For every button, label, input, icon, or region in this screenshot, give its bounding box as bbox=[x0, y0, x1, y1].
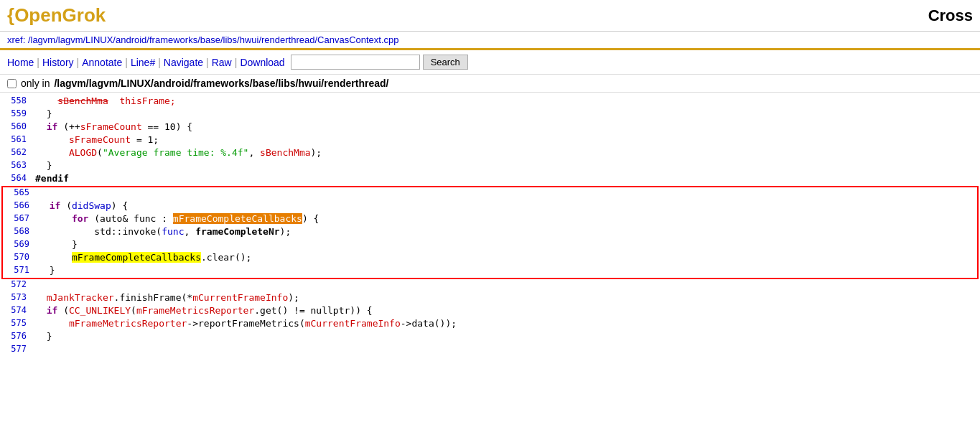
nav-sep-2: | bbox=[77, 57, 80, 68]
line-content bbox=[32, 344, 980, 355]
code-line: 567 for (auto& func : mFrameCompleteCall… bbox=[3, 213, 977, 226]
line-content bbox=[32, 279, 980, 290]
code-line: 562 ALOGD("Average frame time: %.4f", sB… bbox=[0, 147, 980, 160]
nav-sep-4: | bbox=[158, 57, 161, 68]
navbar: Home | History | Annotate | Line# | Navi… bbox=[0, 50, 980, 75]
line-number[interactable]: 568 bbox=[3, 226, 35, 236]
line-number[interactable]: 567 bbox=[3, 213, 35, 223]
line-number[interactable]: 573 bbox=[0, 292, 32, 302]
line-number[interactable]: 572 bbox=[0, 279, 32, 289]
code-line: 570 mFrameCompleteCallbacks.clear(); bbox=[3, 252, 977, 265]
search-box: Search bbox=[291, 55, 468, 70]
line-content: } bbox=[32, 160, 980, 171]
line-number[interactable]: 577 bbox=[0, 344, 32, 354]
breadcrumb-link[interactable]: xref: /lagvm/lagvm/LINUX/android/framewo… bbox=[7, 34, 399, 45]
logo: {OpenGrok bbox=[7, 4, 106, 27]
line-content: std::invoke(func, frameCompleteNr); bbox=[35, 226, 977, 237]
line-content: #endif bbox=[32, 173, 980, 184]
line-number[interactable]: 566 bbox=[3, 200, 35, 210]
code-line: 561 sFrameCount = 1; bbox=[0, 134, 980, 147]
code-line: 568 std::invoke(func, frameCompleteNr); bbox=[3, 226, 977, 239]
only-in-checkbox[interactable] bbox=[7, 79, 17, 88]
line-number[interactable]: 562 bbox=[0, 147, 32, 157]
code-line: 571 } bbox=[3, 265, 977, 278]
line-content: if (didSwap) { bbox=[35, 200, 977, 211]
code-line: 560 if (++sFrameCount == 10) { bbox=[0, 121, 980, 134]
search-button[interactable]: Search bbox=[423, 55, 468, 70]
line-content: mJankTracker.finishFrame(*mCurrentFrameI… bbox=[32, 292, 980, 303]
code-line: 566 if (didSwap) { bbox=[3, 200, 977, 213]
code-line: 577 bbox=[0, 344, 980, 357]
header: {OpenGrok Cross bbox=[0, 0, 980, 32]
line-content: sFrameCount = 1; bbox=[32, 134, 980, 145]
line-content: ALOGD("Average frame time: %.4f", sBench… bbox=[32, 147, 980, 158]
line-number[interactable]: 560 bbox=[0, 121, 32, 131]
nav-lineno[interactable]: Line# bbox=[131, 57, 155, 68]
line-content: if (++sFrameCount == 10) { bbox=[32, 121, 980, 132]
nav-sep-1: | bbox=[37, 57, 39, 68]
code-line: 565 bbox=[3, 187, 977, 200]
line-number[interactable]: 558 bbox=[0, 95, 32, 106]
search-input[interactable] bbox=[291, 55, 420, 70]
line-number[interactable]: 575 bbox=[0, 318, 32, 328]
code-line: 573 mJankTracker.finishFrame(*mCurrentFr… bbox=[0, 292, 980, 305]
nav-download[interactable]: Download bbox=[240, 57, 284, 68]
line-content: } bbox=[32, 331, 980, 342]
nav-annotate[interactable]: Annotate bbox=[82, 57, 122, 68]
line-number[interactable]: 576 bbox=[0, 331, 32, 341]
only-in-path: /lagvm/lagvm/LINUX/android/frameworks/ba… bbox=[54, 78, 388, 89]
nav-raw[interactable]: Raw bbox=[212, 57, 232, 68]
cross-reference-label: Cross bbox=[928, 6, 973, 25]
code-area: 558 sBenchMma thisFrame; 559 } 560 if (+… bbox=[0, 93, 980, 360]
line-number[interactable]: 559 bbox=[0, 108, 32, 118]
code-line: 576 } bbox=[0, 331, 980, 344]
line-content: } bbox=[32, 108, 980, 119]
line-number[interactable]: 571 bbox=[3, 265, 35, 275]
code-line: 558 sBenchMma thisFrame; bbox=[0, 95, 980, 108]
nav-home[interactable]: Home bbox=[7, 57, 34, 68]
nav-sep-3: | bbox=[125, 57, 128, 68]
nav-history[interactable]: History bbox=[42, 57, 74, 68]
breadcrumb: xref: /lagvm/lagvm/LINUX/android/framewo… bbox=[0, 32, 980, 50]
code-line: 564 #endif bbox=[0, 173, 980, 186]
highlighted-code-block: 565 566 if (didSwap) { 567 for (auto& fu… bbox=[1, 186, 979, 279]
line-content: if (CC_UNLIKELY(mFrameMetricsReporter.ge… bbox=[32, 305, 980, 316]
only-in-row: only in /lagvm/lagvm/LINUX/android/frame… bbox=[0, 75, 980, 93]
code-line: 572 bbox=[0, 279, 980, 292]
line-content: mFrameMetricsReporter->reportFrameMetric… bbox=[32, 318, 980, 329]
code-line: 569 } bbox=[3, 239, 977, 252]
logo-brace: { bbox=[7, 4, 14, 26]
line-content: sBenchMma thisFrame; bbox=[32, 95, 980, 106]
code-line: 559 } bbox=[0, 108, 980, 121]
line-number[interactable]: 574 bbox=[0, 305, 32, 315]
nav-sep-6: | bbox=[235, 57, 238, 68]
line-number[interactable]: 570 bbox=[3, 252, 35, 262]
code-line: 563 } bbox=[0, 160, 980, 173]
nav-navigate[interactable]: Navigate bbox=[164, 57, 203, 68]
line-number[interactable]: 564 bbox=[0, 173, 32, 183]
line-content: } bbox=[35, 265, 977, 276]
line-content: for (auto& func : mFrameCompleteCallback… bbox=[35, 213, 977, 224]
logo-name: OpenGrok bbox=[14, 4, 106, 26]
nav-sep-5: | bbox=[206, 57, 209, 68]
line-content: } bbox=[35, 239, 977, 250]
line-number[interactable]: 561 bbox=[0, 134, 32, 144]
line-number[interactable]: 569 bbox=[3, 239, 35, 249]
line-number[interactable]: 565 bbox=[3, 187, 35, 197]
line-content bbox=[35, 187, 977, 198]
code-line: 574 if (CC_UNLIKELY(mFrameMetricsReporte… bbox=[0, 305, 980, 318]
only-in-label: only in bbox=[21, 78, 50, 89]
line-content: mFrameCompleteCallbacks.clear(); bbox=[35, 252, 977, 263]
line-number[interactable]: 563 bbox=[0, 160, 32, 170]
code-line: 575 mFrameMetricsReporter->reportFrameMe… bbox=[0, 318, 980, 331]
